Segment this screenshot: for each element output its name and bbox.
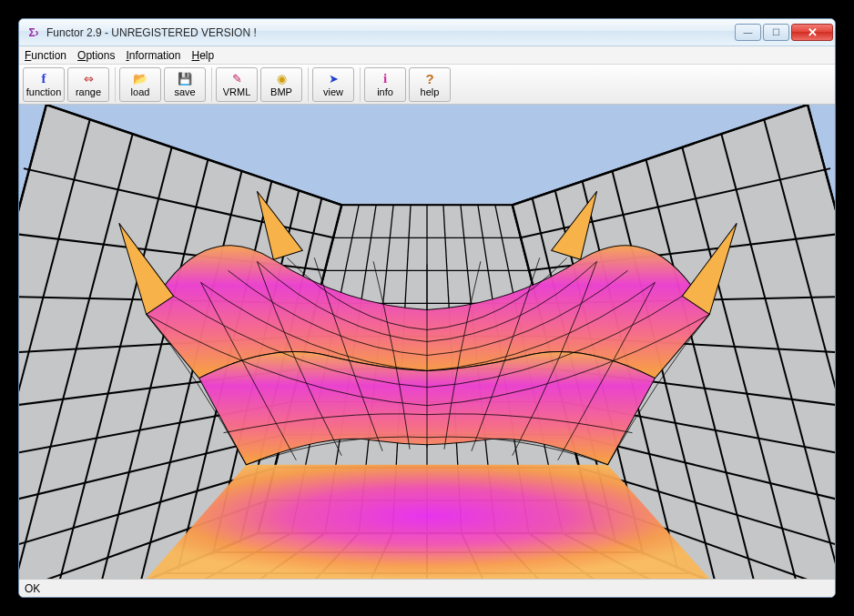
menu-function[interactable]: Function xyxy=(25,49,66,62)
toolbar-load-button[interactable]: 📂 load xyxy=(119,67,161,102)
help-icon: ? xyxy=(422,71,437,86)
toolbar-info-button[interactable]: i info xyxy=(364,67,406,102)
function-icon: f xyxy=(36,71,51,86)
titlebar[interactable]: Σ› Functor 2.9 - UNREGISTERED VERSION ! … xyxy=(19,19,835,46)
floppy-icon: 💾 xyxy=(178,71,192,86)
menubar: Function Options Information Help xyxy=(19,46,835,65)
menu-options[interactable]: Options xyxy=(77,49,115,62)
toolbar: f function ⇔ range 📂 load 💾 save ✎ VRML xyxy=(19,65,835,105)
statusbar: OK xyxy=(19,579,835,597)
info-icon: i xyxy=(378,71,392,86)
toolbar-range-button[interactable]: ⇔ range xyxy=(67,67,109,102)
toolbar-vrml-button[interactable]: ✎ VRML xyxy=(216,67,258,102)
range-icon: ⇔ xyxy=(81,71,96,86)
app-icon: Σ› xyxy=(26,25,41,40)
toolbar-help-button[interactable]: ? help xyxy=(409,67,451,102)
toolbar-view-button[interactable]: ➤ view xyxy=(312,67,354,102)
minimize-button[interactable]: — xyxy=(735,24,761,41)
menu-help[interactable]: Help xyxy=(191,49,214,62)
app-window: Σ› Functor 2.9 - UNREGISTERED VERSION ! … xyxy=(18,18,836,598)
bmp-icon: ◉ xyxy=(274,71,289,86)
toolbar-function-button[interactable]: f function xyxy=(23,67,65,102)
status-text: OK xyxy=(25,582,40,595)
window-title: Functor 2.9 - UNREGISTERED VERSION ! xyxy=(46,26,733,39)
maximize-button[interactable]: ☐ xyxy=(763,24,789,41)
surface-plot-3d xyxy=(19,105,835,579)
close-button[interactable]: ✕ xyxy=(791,24,833,41)
view-icon: ➤ xyxy=(326,71,341,86)
menu-information[interactable]: Information xyxy=(126,49,180,62)
toolbar-bmp-button[interactable]: ◉ BMP xyxy=(260,67,302,102)
folder-open-icon: 📂 xyxy=(133,71,147,86)
plot-viewport[interactable] xyxy=(19,105,835,579)
vrml-icon: ✎ xyxy=(229,71,244,86)
toolbar-save-button[interactable]: 💾 save xyxy=(164,67,206,102)
